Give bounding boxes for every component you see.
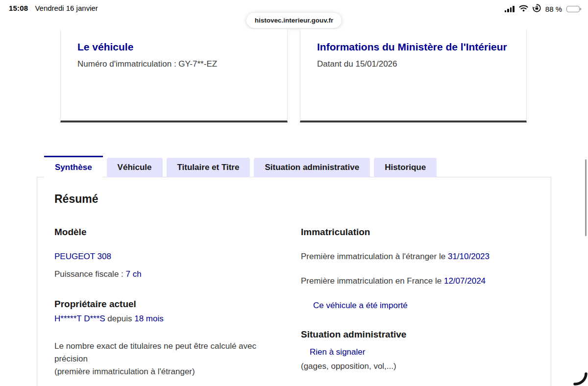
cellular-signal-icon (505, 6, 514, 12)
synthese-panel: Résumé Modèle PEUGEOT 308 Puissance fisc… (37, 177, 551, 386)
registration-heading: Immatriculation (301, 226, 543, 238)
owner-since-label: depuis (105, 314, 135, 323)
model-name-value: PEUGEOT 308 (54, 252, 111, 261)
imported-vehicle-note: Ce véhicule a été importé (313, 301, 408, 310)
first-france-registration-label: Première immatriculation en France le (301, 276, 444, 286)
admin-situation-heading: Situation administrative (301, 329, 543, 340)
admin-status-note: (gages, opposition, vol,...) (301, 360, 543, 373)
resume-heading: Résumé (54, 193, 98, 206)
ministry-card-title: Informations du Ministère de l'Intérieur (317, 40, 510, 54)
report-tabs: Synthèse Véhicule Titulaire et Titre Sit… (44, 156, 437, 177)
status-date: Vendredi 16 janvier (35, 4, 98, 12)
rotation-lock-icon (533, 4, 541, 14)
vehicle-card: Le véhicule Numéro d'immatriculation : G… (60, 29, 288, 122)
loading-spinner-arc (568, 367, 588, 386)
owner-count-note-line1: Le nombre exact de titulaires ne peut êt… (54, 340, 290, 365)
registration-number-label: Numéro d'immatriculation : GY-7**-EZ (77, 59, 270, 69)
tab-vehicule[interactable]: Véhicule (107, 158, 163, 177)
vehicle-card-title: Le véhicule (77, 40, 270, 54)
first-foreign-registration-date: 31/10/2023 (448, 252, 490, 261)
data-date-label: Datant du 15/01/2026 (317, 59, 510, 69)
scrollbar-thumb[interactable] (585, 159, 587, 236)
model-heading: Modèle (54, 226, 290, 238)
first-france-registration-date: 12/07/2024 (444, 276, 486, 286)
url-address-pill[interactable]: histovec.interieur.gouv.fr (246, 13, 342, 28)
first-foreign-registration-label: Première immatriculation à l'étranger le (301, 252, 448, 261)
tab-situation-administrative[interactable]: Situation administrative (254, 158, 370, 177)
summary-left-column: Modèle PEUGEOT 308 Puissance fiscale : 7… (54, 226, 290, 378)
owner-duration-value: 18 mois (134, 314, 164, 323)
tab-historique[interactable]: Historique (374, 158, 437, 177)
fiscal-power-label: Puissance fiscale : (54, 269, 126, 279)
tab-synthese[interactable]: Synthèse (44, 156, 103, 177)
current-owner-heading: Propriétaire actuel (54, 298, 290, 310)
fiscal-power-value: 7 ch (126, 269, 142, 279)
tab-titulaire-et-titre[interactable]: Titulaire et Titre (167, 158, 250, 177)
clock: 15:08 (9, 4, 28, 12)
battery-icon (566, 6, 581, 12)
owner-name-value: H*****T D***S (54, 314, 105, 323)
summary-right-column: Immatriculation Première immatriculation… (301, 226, 543, 373)
ministry-info-card: Informations du Ministère de l'Intérieur… (300, 29, 527, 122)
owner-count-note-line2: (première immatriculation à l'étranger) (54, 365, 290, 378)
admin-status-value: Rien à signaler (310, 347, 365, 357)
wifi-icon (519, 5, 528, 13)
battery-percent-label: 88 % (545, 5, 562, 13)
